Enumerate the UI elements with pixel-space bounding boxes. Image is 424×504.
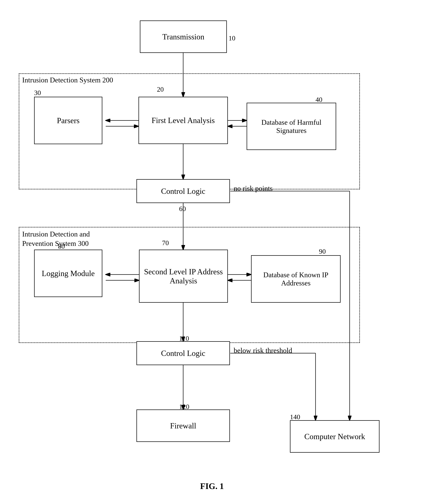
second-level-box: Second Level IP Address Analysis xyxy=(139,250,228,303)
control-logic-1-box: Control Logic xyxy=(137,179,230,203)
parsers-number: 30 xyxy=(34,89,41,97)
logging-number: 80 xyxy=(58,242,65,250)
computer-network-box: Computer Network xyxy=(290,420,380,453)
transmission-box: Transmission xyxy=(140,20,227,53)
first-level-label: First Level Analysis xyxy=(152,116,215,125)
db-harmful-label: Database of Harmful Signatures xyxy=(249,118,334,135)
control-logic-2-box: Control Logic xyxy=(137,341,230,365)
db-harmful-box: Database of Harmful Signatures xyxy=(247,103,336,150)
firewall-number: 120 xyxy=(179,403,189,411)
ids200-label: Intrusion Detection System 200 xyxy=(22,76,113,84)
transmission-label: Transmission xyxy=(162,32,204,41)
idps300-label: Intrusion Detection and Prevention Syste… xyxy=(22,229,90,248)
firewall-box: Firewall xyxy=(137,410,230,442)
first-level-box: First Level Analysis xyxy=(138,97,228,144)
db-known-number: 90 xyxy=(319,247,326,255)
firewall-label: Firewall xyxy=(170,421,196,430)
computer-network-label: Computer Network xyxy=(304,432,365,441)
parsers-label: Parsers xyxy=(57,116,80,125)
second-level-label: Second Level IP Address Analysis xyxy=(141,267,226,285)
computer-network-number: 140 xyxy=(290,413,300,421)
no-risk-label: no risk points xyxy=(234,184,273,192)
transmission-number: 10 xyxy=(229,34,235,42)
logging-box: Logging Module xyxy=(34,250,102,297)
db-known-label: Database of Known IP Addresses xyxy=(253,271,338,287)
db-known-box: Database of Known IP Addresses xyxy=(251,255,341,303)
control-logic-1-label: Control Logic xyxy=(161,187,205,196)
fig-label: FIG. 1 xyxy=(187,481,237,491)
db-harmful-number: 40 xyxy=(316,95,322,104)
logging-label: Logging Module xyxy=(42,269,95,278)
below-risk-label: below risk threshold xyxy=(234,346,292,354)
control-logic-1-number: 60 xyxy=(179,205,186,213)
control-logic-2-label: Control Logic xyxy=(161,349,205,358)
control-logic-2-number: 110 xyxy=(179,334,189,342)
second-level-number: 70 xyxy=(162,239,169,247)
parsers-box: Parsers xyxy=(34,97,102,144)
diagram-container: Transmission 10 Intrusion Detection Syst… xyxy=(0,0,424,504)
first-level-number: 20 xyxy=(157,85,164,93)
